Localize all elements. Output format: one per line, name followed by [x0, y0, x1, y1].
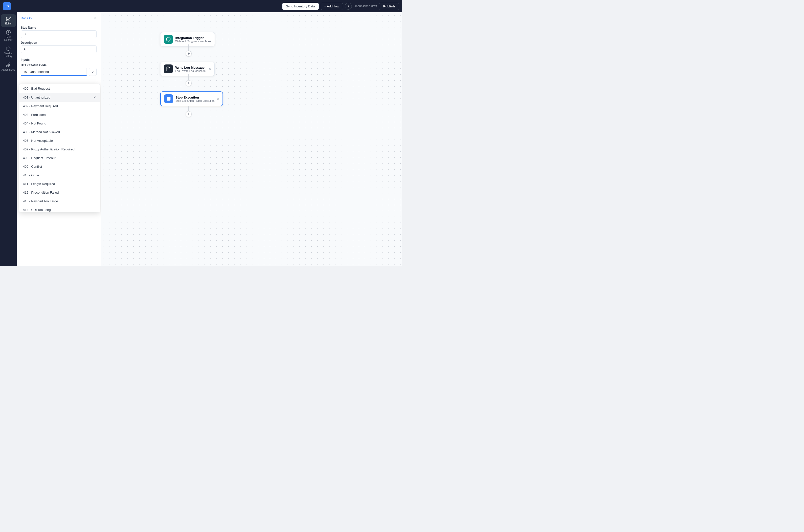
sidebar-item-version-history[interactable]: Version History [1, 44, 16, 59]
stop-node-sub: Stop Execution - Stop Execution [176, 99, 215, 102]
trigger-node-icon [164, 35, 173, 44]
stop-node-icon [164, 94, 173, 103]
dropdown-item-413[interactable]: 413 - Payload Too Large [19, 197, 100, 206]
docs-link[interactable]: Docs [21, 16, 32, 20]
svg-rect-7 [167, 97, 170, 101]
step-name-input[interactable] [21, 31, 97, 38]
main-layout: Editor Test Runner Version History Attac… [0, 12, 402, 266]
sync-button[interactable]: Sync Inventory Data [282, 3, 319, 10]
inputs-section-label: Inputs [21, 58, 97, 61]
http-label: HTTP Status Code [21, 63, 97, 67]
content-header: Docs × [17, 12, 100, 23]
sidebar-item-attachments[interactable]: Attachments [1, 60, 16, 73]
stop-node-title: Stop Execution [176, 96, 215, 99]
external-link-icon [29, 17, 32, 20]
stop-icon [166, 96, 171, 101]
add-node-btn-2[interactable]: + [186, 80, 191, 86]
write-log-node[interactable]: Write Log Message Log - Write Log Messag… [160, 62, 215, 76]
log-node-icon [164, 64, 173, 73]
flow-nodes: Integration Trigger Webhook Triggers - W… [101, 12, 402, 266]
add-node-btn-3[interactable]: + [186, 111, 191, 117]
sidebar-attachments-label: Attachments [1, 69, 15, 71]
dropdown-item-412[interactable]: 412 - Precondition Failed [19, 188, 100, 197]
editor-icon [6, 16, 11, 21]
top-bar-actions: Sync Inventory Data + Add flow ? Unpubli… [282, 3, 399, 10]
version-history-icon [6, 46, 11, 51]
http-section: HTTP Status Code ✓ [21, 63, 97, 76]
dropdown-item-405[interactable]: 405 - Method Not Allowed [19, 128, 100, 136]
dropdown-item-410[interactable]: 410 - Gone [19, 171, 100, 179]
publish-status: Unpublished draft [354, 4, 377, 8]
dropdown-item-400[interactable]: 400 - Bad Request [19, 84, 100, 93]
content-body: Step Name Description Inputs HTTP Status… [17, 23, 100, 266]
desc-input[interactable] [21, 45, 97, 53]
publish-button[interactable]: Publish [379, 3, 399, 10]
dropdown-item-414[interactable]: 414 - URI Too Long [19, 206, 100, 212]
check-icon: ✓ [93, 95, 96, 99]
attachments-icon [6, 62, 11, 68]
confirm-button[interactable]: ✓ [89, 68, 97, 76]
log-node-sub: Log - Write Log Message [175, 70, 206, 72]
content-panel: Docs × Step Name Description Inputs HTTP… [17, 12, 101, 266]
sidebar-test-label: Test Runner [2, 36, 15, 41]
dropdown-item-409[interactable]: 409 - Conflict [19, 162, 100, 171]
integration-trigger-node[interactable]: Integration Trigger Webhook Triggers - W… [160, 32, 215, 46]
top-bar: TS Sync Inventory Data + Add flow ? Unpu… [0, 0, 402, 12]
dropdown-item-406[interactable]: 406 - Not Acceptable [19, 136, 100, 145]
sidebar-item-test-runner[interactable]: Test Runner [1, 28, 16, 43]
dropdown-item-402[interactable]: 402 - Payment Required [19, 102, 100, 110]
add-node-btn-1[interactable]: + [186, 51, 191, 57]
log-node-title: Write Log Message [175, 66, 206, 70]
add-flow-button[interactable]: + Add flow [321, 3, 343, 10]
help-button[interactable]: ? [345, 3, 352, 10]
trigger-node-sub: Webhook Triggers - Webhook [175, 40, 211, 43]
log-icon [166, 66, 171, 71]
test-runner-icon [6, 30, 11, 35]
trigger-icon [166, 37, 171, 42]
left-sidebar: Editor Test Runner Version History Attac… [0, 12, 17, 266]
sidebar-editor-label: Editor [5, 22, 12, 25]
http-status-input[interactable] [21, 68, 87, 76]
dropdown-item-403[interactable]: 403 - Forbidden [19, 110, 100, 119]
flow-canvas: Integration Trigger Webhook Triggers - W… [101, 12, 402, 266]
trigger-node-info: Integration Trigger Webhook Triggers - W… [175, 36, 211, 43]
dropdown-item-404[interactable]: 404 - Not Found [19, 119, 100, 128]
dropdown-item-407[interactable]: 407 - Proxy Authentication Required [19, 145, 100, 154]
app-logo: TS [3, 2, 11, 10]
stop-node-info: Stop Execution Stop Execution - Stop Exe… [176, 96, 215, 102]
log-node-close-button[interactable]: × [209, 67, 211, 71]
http-status-dropdown[interactable]: 400 - Bad Request401 - Unauthorized✓402 … [19, 84, 100, 212]
log-node-info: Write Log Message Log - Write Log Messag… [175, 66, 206, 72]
dropdown-item-401[interactable]: 401 - Unauthorized✓ [19, 93, 100, 102]
close-panel-button[interactable]: × [94, 16, 97, 20]
step-name-label: Step Name [21, 26, 97, 30]
sidebar-item-editor[interactable]: Editor [1, 14, 16, 27]
stop-node-close-button[interactable]: × [217, 97, 219, 101]
trigger-node-title: Integration Trigger [175, 36, 211, 40]
desc-label: Description [21, 41, 97, 44]
dropdown-item-408[interactable]: 408 - Request Timeout [19, 154, 100, 162]
stop-execution-node[interactable]: Stop Execution Stop Execution - Stop Exe… [160, 91, 223, 106]
sidebar-version-label: Version History [2, 52, 15, 58]
dropdown-item-411[interactable]: 411 - Length Required [19, 179, 100, 188]
svg-line-4 [31, 17, 32, 19]
